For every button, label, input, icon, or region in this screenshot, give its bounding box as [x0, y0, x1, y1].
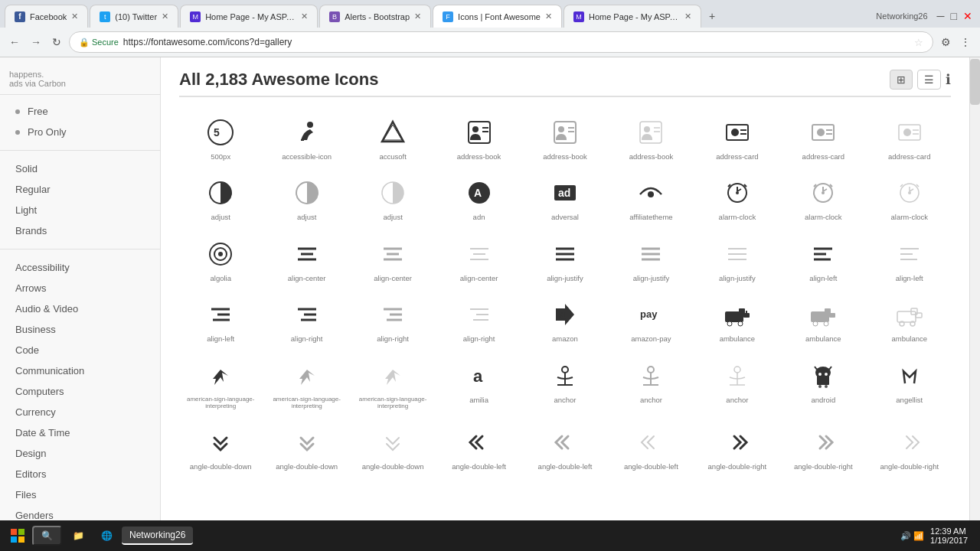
list-item[interactable]: align-center — [265, 231, 348, 289]
list-item[interactable]: align-right — [351, 292, 434, 349]
sidebar-item-solid[interactable]: Solid — [0, 158, 160, 179]
sidebar-item-computers[interactable]: Computers — [0, 381, 160, 402]
tab-fontawesome-close[interactable]: ✕ — [545, 11, 552, 21]
sidebar-item-business[interactable]: Business — [0, 319, 160, 340]
list-item[interactable]: ambulance — [868, 292, 951, 349]
list-item[interactable]: address-book — [524, 109, 606, 167]
sidebar-item-light[interactable]: Light — [0, 200, 160, 220]
sidebar-item-communication[interactable]: Communication — [0, 360, 160, 381]
list-item[interactable]: adjust — [179, 170, 262, 227]
tab-bootstrap[interactable]: B Alerts - Bootstrap ✕ — [319, 5, 431, 28]
list-item[interactable]: american-sign-language-interpreting — [351, 353, 434, 416]
grid-view-button[interactable]: ⊞ — [890, 70, 913, 90]
list-item[interactable]: anchor — [696, 353, 779, 416]
list-item[interactable]: angle-double-down — [179, 419, 262, 477]
list-item[interactable]: anchor — [524, 353, 606, 416]
tab-bootstrap-close[interactable]: ✕ — [414, 11, 421, 21]
list-item[interactable]: american-sign-language-interpreting — [265, 353, 348, 416]
list-item[interactable]: address-card — [868, 109, 951, 167]
menu-button[interactable]: ⋮ — [957, 33, 974, 51]
sidebar-item-design[interactable]: Design — [0, 443, 160, 464]
list-item[interactable]: alarm-clock — [782, 170, 864, 227]
list-item[interactable]: angle-double-right — [696, 419, 779, 477]
close-button[interactable]: ✕ — [960, 7, 975, 25]
sidebar-item-regular[interactable]: Regular — [0, 179, 160, 200]
sidebar-item-currency[interactable]: Currency — [0, 402, 160, 422]
list-item[interactable]: algolia — [179, 231, 262, 289]
list-item[interactable]: angle-double-left — [524, 419, 606, 477]
scrollbar-thumb[interactable] — [970, 59, 980, 105]
list-item[interactable]: a amazon — [524, 292, 606, 349]
address-bar[interactable]: 🔒 Secure https://fontawesome.com/icons?d… — [69, 31, 933, 53]
list-item[interactable]: angle-double-right — [868, 419, 951, 477]
tab-twitter[interactable]: t (10) Twitter ✕ — [90, 5, 178, 28]
maximize-button[interactable]: □ — [948, 7, 960, 25]
sidebar-item-arrows[interactable]: Arrows — [0, 278, 160, 298]
list-item[interactable]: ad adversal — [524, 170, 606, 227]
page-scrollbar[interactable] — [969, 57, 980, 551]
list-item[interactable]: 5 500px — [179, 109, 262, 167]
taskbar-app-networking26[interactable]: Networking26 — [122, 527, 193, 545]
list-item[interactable]: a amilia — [437, 353, 520, 416]
taskbar-app-file-explorer[interactable]: 📁 — [65, 527, 92, 545]
sidebar-item-date-time[interactable]: Date & Time — [0, 422, 160, 443]
list-item[interactable]: ambulance — [782, 292, 864, 349]
tab-twitter-close[interactable]: ✕ — [162, 11, 168, 21]
tab-facebook[interactable]: f Facebook ✕ — [5, 5, 88, 28]
list-item[interactable]: address-book — [609, 109, 692, 167]
sidebar-item-accessibility[interactable]: Accessibility — [0, 257, 160, 278]
list-item[interactable]: accessible-icon — [265, 109, 348, 167]
list-item[interactable]: alarm-clock — [696, 170, 779, 227]
list-item[interactable]: pay amazon-pay — [609, 292, 692, 349]
tab-asp2[interactable]: M Home Page - My ASP.N... ✕ — [564, 5, 701, 28]
sidebar-item-audio-video[interactable]: Audio & Video — [0, 298, 160, 319]
list-item[interactable]: angle-double-right — [782, 419, 864, 477]
list-item[interactable]: align-justify — [609, 231, 692, 289]
tab-asp1[interactable]: M Home Page - My ASP.N... ✕ — [180, 5, 318, 28]
list-item[interactable]: align-left — [179, 292, 262, 349]
list-item[interactable]: align-left — [782, 231, 864, 289]
sidebar-item-brands[interactable]: Brands — [0, 220, 160, 241]
tab-asp2-close[interactable]: ✕ — [684, 11, 691, 21]
taskbar-search[interactable]: 🔍 — [32, 526, 62, 546]
new-tab-button[interactable]: + — [706, 7, 718, 25]
refresh-button[interactable]: ↻ — [49, 33, 64, 51]
list-item[interactable]: address-book — [437, 109, 520, 167]
list-item[interactable]: anchor — [609, 353, 692, 416]
list-item[interactable]: align-justify — [696, 231, 779, 289]
list-item[interactable]: address-card — [696, 109, 779, 167]
list-item[interactable]: affiliatetheme — [609, 170, 692, 227]
sidebar-item-free[interactable]: Free — [0, 101, 160, 122]
back-button[interactable]: ← — [6, 33, 23, 51]
list-item[interactable]: align-center — [437, 231, 520, 289]
list-view-button[interactable]: ☰ — [917, 70, 941, 90]
list-item[interactable]: angle-double-down — [351, 419, 434, 477]
list-item[interactable]: align-right — [437, 292, 520, 349]
forward-button[interactable]: → — [28, 33, 44, 51]
list-item[interactable]: align-right — [265, 292, 348, 349]
info-button[interactable]: ℹ — [946, 71, 951, 88]
list-item[interactable]: ambulance — [696, 292, 779, 349]
list-item[interactable]: angle-double-left — [609, 419, 692, 477]
list-item[interactable]: angle-double-down — [265, 419, 348, 477]
extensions-button[interactable]: ⚙ — [938, 33, 954, 51]
tab-facebook-close[interactable]: ✕ — [71, 11, 78, 21]
list-item[interactable]: address-card — [782, 109, 864, 167]
list-item[interactable]: alarm-clock — [868, 170, 951, 227]
list-item[interactable]: adjust — [351, 170, 434, 227]
bookmark-icon[interactable]: ☆ — [914, 37, 923, 48]
list-item[interactable]: A adn — [437, 170, 520, 227]
minimize-button[interactable]: ─ — [934, 7, 948, 25]
list-item[interactable]: american-sign-language-interpreting — [179, 353, 262, 416]
start-button[interactable] — [6, 524, 29, 547]
list-item[interactable]: align-center — [351, 231, 434, 289]
list-item[interactable]: adjust — [265, 170, 348, 227]
list-item[interactable]: angle-double-left — [437, 419, 520, 477]
sidebar-item-files[interactable]: Files — [0, 484, 160, 505]
sidebar-item-editors[interactable]: Editors — [0, 464, 160, 484]
list-item[interactable]: align-justify — [524, 231, 606, 289]
taskbar-app-chrome[interactable]: 🌐 — [93, 527, 120, 545]
list-item[interactable]: accusoft — [351, 109, 434, 167]
list-item[interactable]: align-left — [868, 231, 951, 289]
list-item[interactable]: android — [782, 353, 864, 416]
